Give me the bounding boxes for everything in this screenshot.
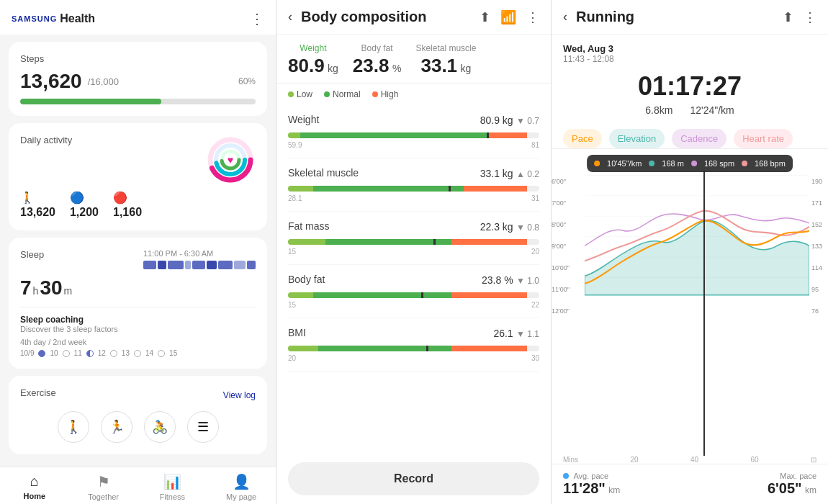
p2-action-icons: ⬆ 📶 ⋮: [480, 9, 539, 25]
tab-pace[interactable]: Pace: [563, 129, 602, 148]
sleep-m-unit: m: [64, 285, 73, 297]
bmi-display: 26.1: [493, 328, 513, 339]
exercise-bike-icon[interactable]: 🚴: [144, 411, 176, 443]
sleep-hours: 7: [20, 276, 32, 300]
daily-metrics: 🚶 13,620 🔵 1,200 🔴 1,160: [20, 191, 256, 219]
exercise-title: Exercise: [20, 387, 56, 398]
skeletal-low-seg: [288, 186, 313, 192]
steps-title: Steps: [20, 53, 256, 64]
exercise-list-icon[interactable]: ☰: [187, 411, 219, 443]
elevation-line: [585, 220, 809, 294]
nav-together[interactable]: ⚑ Together: [69, 473, 138, 501]
metric-steps: 🚶 13,620: [20, 191, 55, 219]
bodyfat-unit: %: [392, 63, 401, 74]
bmi-bar-labels: 20 30: [288, 354, 539, 362]
record-button[interactable]: Record: [288, 462, 539, 495]
more-icon[interactable]: ⋮: [526, 9, 539, 25]
tab-heartrate[interactable]: Heart rate: [734, 129, 793, 148]
exercise-run-icon[interactable]: 🏃: [101, 411, 132, 443]
view-log-link[interactable]: View log: [223, 390, 256, 400]
day-label-6: 15: [169, 349, 177, 357]
legend-normal: Normal: [324, 89, 361, 99]
avg-pace-value-row: 11'28" km: [563, 480, 620, 497]
nav-mypage[interactable]: 👤 My page: [207, 473, 276, 501]
sleep-coaching: Sleep coaching Discover the 3 sleep fact…: [20, 307, 256, 357]
bmi-change: ▼ 1.1: [516, 329, 539, 339]
calories-value: 1,200: [70, 206, 99, 219]
sleep-h-unit: h: [33, 285, 39, 297]
x-axis-mins: Mins: [563, 456, 578, 464]
steps-row: 13,620 /16,000 60%: [20, 70, 256, 93]
skeletal-val: 33.1 kg ▲ 0.2: [480, 167, 539, 180]
activity-ring: ♥: [205, 135, 256, 185]
chart-icon[interactable]: 📶: [500, 9, 516, 25]
skeletal-unit: kg: [461, 63, 472, 74]
legend-row: Low Normal High: [276, 84, 551, 105]
fatmass-max: 20: [531, 248, 539, 256]
more-options-icon[interactable]: ⋮: [250, 10, 264, 27]
bmi-max: 30: [531, 354, 539, 362]
fatmass-min: 15: [288, 248, 296, 256]
weight-low-seg: [288, 132, 300, 138]
y-left-6: 12'00": [552, 307, 570, 315]
nav-fitness[interactable]: 📊 Fitness: [138, 473, 207, 501]
legend-normal-dot: [324, 91, 330, 97]
y-left-5: 11'00": [552, 286, 570, 293]
running-back-icon[interactable]: ‹: [563, 9, 567, 24]
daily-header: Daily activity ♥: [20, 135, 256, 185]
daily-title: Daily activity: [20, 135, 72, 145]
chart-tooltip: 10'45"/km 168 m 168 spm 168 bpm: [587, 155, 793, 172]
y-right-4: 114: [811, 264, 822, 271]
running-more-icon[interactable]: ⋮: [804, 9, 816, 25]
weight-display: 80.9 kg: [480, 114, 513, 126]
avg-pace-label: Avg. pace: [563, 472, 620, 480]
exercise-walk-icon[interactable]: 🚶: [58, 411, 89, 443]
share-icon[interactable]: ⬆: [480, 9, 490, 25]
bodyfat-tab-label: Body fat: [353, 43, 402, 53]
max-pace-value: 6'05": [768, 480, 802, 496]
body-comp-title: Body composition: [301, 9, 471, 25]
body-comp-header: ‹ Body composition ⬆ 📶 ⋮: [276, 0, 551, 35]
run-date: Wed, Aug 3: [563, 43, 816, 54]
tab-skeletal[interactable]: Skeletal muscle 33.1 kg: [415, 43, 476, 77]
tab-elevation[interactable]: Elevation: [609, 129, 665, 148]
coaching-dots: 10/9 10 11 12 13 14 15: [20, 349, 256, 357]
metric-rows: Weight 80.9 kg ▼ 0.7 59.9 81 Skeletal mu…: [276, 105, 551, 454]
sleep-bar: [143, 261, 256, 269]
metric-active-time: 🔴 1,160: [113, 191, 142, 219]
sleep-header: Sleep 11:00 PM - 6:30 AM: [20, 249, 256, 276]
tooltip-pace-value: 10'45"/km: [607, 159, 642, 168]
y-left-2: 8'00": [552, 221, 570, 228]
day-label-1: 10: [50, 349, 58, 357]
bodyfat-low-seg: [288, 292, 313, 298]
day-label-2: 11: [74, 349, 82, 357]
weight-tab-label: Weight: [288, 43, 338, 53]
sleep-seg-deep4: [207, 261, 217, 269]
nav-home[interactable]: ⌂ Home: [0, 473, 69, 501]
daily-steps-value: 13,620: [20, 206, 55, 219]
bmi-high-seg: [451, 346, 527, 351]
running-info: Wed, Aug 3 11:43 - 12:08 01:17:27 6.8km …: [552, 35, 828, 122]
y-axis-left: 6'00" 7'00" 8'00" 9'00" 10'00" 11'00" 12…: [552, 178, 570, 315]
back-arrow-icon[interactable]: ‹: [288, 9, 292, 24]
steps-percent: 60%: [238, 76, 256, 86]
x-axis-icon[interactable]: ⊡: [811, 456, 816, 464]
mypage-icon: 👤: [233, 473, 251, 490]
legend-normal-label: Normal: [333, 89, 361, 99]
together-icon: ⚑: [97, 473, 110, 490]
bmi-row-header: BMI 26.1 ▼ 1.1: [288, 327, 539, 340]
legend-low-dot: [288, 91, 294, 97]
active-time-icon: 🔴: [113, 191, 127, 204]
weight-indicator: [487, 132, 489, 138]
chart-x-axis: Mins 20 40 60 ⊡: [552, 456, 828, 464]
fatmass-low-seg: [288, 239, 325, 245]
tab-cadence[interactable]: Cadence: [672, 129, 726, 148]
tab-body-fat[interactable]: Body fat 23.8 %: [353, 43, 402, 77]
skeletal-tab-label: Skeletal muscle: [415, 43, 476, 53]
steps-count: 13,620: [20, 70, 82, 93]
tooltip-cadence-dot: [691, 161, 697, 166]
day-dot-4: [134, 350, 141, 357]
running-chart: [585, 155, 809, 299]
tab-weight[interactable]: Weight 80.9 kg: [288, 43, 338, 77]
running-share-icon[interactable]: ⬆: [783, 9, 793, 25]
